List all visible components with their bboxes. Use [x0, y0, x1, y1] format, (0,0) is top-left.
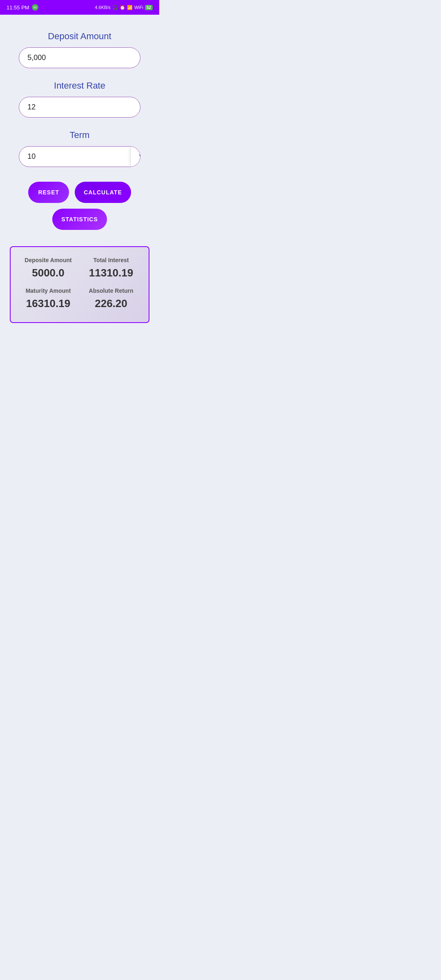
status-bar: 11:55 PM M 4.6KB/s 🎧 ⏰ 📶 WiFi 52: [0, 0, 159, 15]
headphone-icon: 🎧: [112, 5, 118, 10]
maturity-result: Maturity Amount 16310.19: [19, 287, 78, 310]
total-interest-label: Total Interest: [82, 257, 140, 263]
absolute-return-result: Absolute Return 226.20: [82, 287, 140, 310]
action-buttons: RESET CALCULATE STATISTICS: [8, 182, 151, 230]
interest-input[interactable]: [19, 97, 140, 118]
term-section: Term YEAR: [8, 130, 151, 167]
term-input[interactable]: [19, 147, 130, 167]
status-left: 11:55 PM M: [7, 4, 38, 11]
total-interest-value: 11310.19: [82, 267, 140, 279]
results-card: Deposite Amount 5000.0 Total Interest 11…: [10, 246, 149, 323]
alarm-icon: ⏰: [120, 5, 125, 10]
messenger-icon: M: [32, 4, 38, 11]
maturity-value: 16310.19: [19, 297, 78, 310]
maturity-label: Maturity Amount: [19, 287, 78, 294]
term-row: YEAR: [19, 146, 140, 167]
deposit-input[interactable]: [19, 47, 140, 68]
main-content: Deposit Amount Interest Rate Term YEAR R…: [0, 15, 159, 339]
network-speed: 4.6KB/s: [95, 5, 111, 10]
results-grid: Deposite Amount 5000.0 Total Interest 11…: [19, 257, 140, 310]
calculate-button[interactable]: CALCULATE: [75, 182, 131, 203]
term-label: Term: [8, 130, 151, 140]
deposit-result-label: Deposite Amount: [19, 257, 78, 263]
battery-indicator: 52: [145, 5, 153, 10]
total-interest-result: Total Interest 11310.19: [82, 257, 140, 279]
deposit-result-value: 5000.0: [19, 267, 78, 279]
signal-icon: 📶: [127, 5, 133, 10]
term-unit-button[interactable]: YEAR: [130, 147, 140, 167]
absolute-return-label: Absolute Return: [82, 287, 140, 294]
status-right: 4.6KB/s 🎧 ⏰ 📶 WiFi 52: [95, 5, 153, 10]
interest-section: Interest Rate: [8, 80, 151, 118]
wifi-icon: WiFi: [134, 5, 143, 10]
deposit-section: Deposit Amount: [8, 31, 151, 68]
statistics-button[interactable]: STATISTICS: [52, 209, 107, 230]
time-display: 11:55 PM: [7, 4, 29, 11]
deposit-result: Deposite Amount 5000.0: [19, 257, 78, 279]
deposit-label: Deposit Amount: [8, 31, 151, 42]
reset-button[interactable]: RESET: [28, 182, 69, 203]
interest-label: Interest Rate: [8, 80, 151, 91]
absolute-return-value: 226.20: [82, 297, 140, 310]
